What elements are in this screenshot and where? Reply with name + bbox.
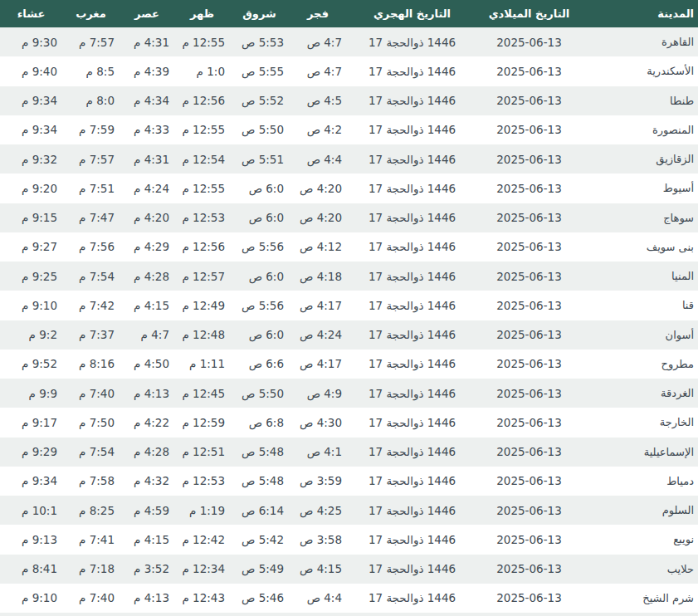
hijri-cell: 17 ذوالحجة 1446: [347, 27, 477, 56]
table-row: 9:9 م7:40 م4:13 م12:45 م5:50 ص4:9 ص17 ذو…: [0, 379, 698, 408]
sunrise-cell: 5:56 ص: [230, 232, 289, 262]
hijri-month: ذوالحجة: [386, 445, 423, 458]
fajr-cell: 4:7 ص: [289, 56, 347, 86]
hijri-cell: 17 ذوالحجة 1446: [347, 232, 477, 262]
hijri-cell: 17 ذوالحجة 1446: [347, 379, 477, 408]
hijri-day: 17: [369, 65, 383, 78]
hijri-year: 1446: [427, 123, 456, 136]
table-row: 9:2 م7:37 م4:7 م12:48 م6:0 ص4:24 ص17 ذوا…: [0, 320, 698, 350]
dhuhr-cell: 12:53 م: [174, 203, 230, 232]
sunrise-cell: 5:53 ص: [230, 27, 289, 56]
hijri-cell: 17 ذوالحجة 1446: [347, 174, 477, 203]
sunrise-cell: 5:48 ص: [230, 438, 289, 467]
asr-cell: 4:34 م: [120, 86, 174, 115]
dhuhr-cell: 12:57 م: [174, 262, 230, 291]
sunrise-cell: 5:42 ص: [230, 525, 289, 554]
hijri-cell: 17 ذوالحجة 1446: [347, 262, 477, 291]
table-body: 9:30 م7:57 م4:31 م12:55 م5:53 ص4:7 ص17 ذ…: [0, 27, 698, 613]
hijri-year: 1446: [427, 299, 456, 312]
asr-cell: 4:39 م: [120, 56, 174, 86]
fajr-cell: 4:15 ص: [289, 555, 347, 584]
prayer-times-table: عشاءمغربعصرظهرشروقفجرالتاريخ الهجريالتار…: [0, 0, 698, 613]
hijri-cell: 17 ذوالحجة 1446: [347, 408, 477, 437]
col-header-sunrise: شروق: [230, 0, 289, 27]
dhuhr-cell: 1:11 م: [174, 350, 230, 379]
hijri-year: 1446: [427, 387, 456, 400]
isha-cell: 9:30 م: [0, 27, 62, 56]
col-header-maghrib: مغرب: [62, 0, 120, 27]
maghrib-cell: 7:54 م: [62, 438, 120, 467]
hijri-day: 17: [369, 182, 383, 195]
hijri-month: ذوالحجة: [386, 474, 423, 487]
isha-cell: 9:17 م: [0, 408, 62, 437]
asr-cell: 3:52 م: [120, 555, 174, 584]
maghrib-cell: 7:57 م: [62, 144, 120, 174]
dhuhr-cell: 1:19 م: [174, 496, 230, 525]
hijri-year: 1446: [427, 211, 456, 224]
asr-cell: 4:20 م: [120, 203, 174, 232]
asr-cell: 4:24 م: [120, 174, 174, 203]
asr-cell: 4:22 م: [120, 408, 174, 437]
hijri-year: 1446: [427, 474, 456, 487]
fajr-cell: 4:17 ص: [289, 291, 347, 320]
table-row: 9:13 م7:41 م4:15 م12:42 م5:42 ص3:58 ص17 …: [0, 525, 698, 554]
col-header-city: المدينة: [581, 0, 698, 27]
hijri-year: 1446: [427, 65, 456, 78]
sunrise-cell: 5:50 ص: [230, 379, 289, 408]
city-cell: مطروح: [581, 350, 698, 379]
hijri-month: ذوالحجة: [386, 562, 423, 575]
city-cell: بنى سويف: [581, 232, 698, 262]
maghrib-cell: 8:25 م: [62, 496, 120, 525]
fajr-cell: 3:59 ص: [289, 467, 347, 496]
isha-cell: 9:15 م: [0, 203, 62, 232]
asr-cell: 4:59 م: [120, 496, 174, 525]
city-cell: الإسماعيلية: [581, 438, 698, 467]
city-cell: أسوان: [581, 320, 698, 350]
dhuhr-cell: 12:55 م: [174, 115, 230, 144]
hijri-year: 1446: [427, 94, 456, 107]
asr-cell: 4:13 م: [120, 379, 174, 408]
hijri-year: 1446: [427, 562, 456, 575]
fajr-cell: 4:12 ص: [289, 232, 347, 262]
hijri-day: 17: [369, 211, 383, 224]
hijri-month: ذوالحجة: [386, 387, 423, 400]
maghrib-cell: 8:16 م: [62, 350, 120, 379]
gregorian-cell: 2025-06-13: [477, 496, 581, 525]
hijri-year: 1446: [427, 182, 456, 195]
hijri-year: 1446: [427, 504, 456, 517]
asr-cell: 4:33 م: [120, 115, 174, 144]
city-cell: طنطا: [581, 86, 698, 115]
fajr-cell: 4:20 ص: [289, 174, 347, 203]
col-header-asr: عصر: [120, 0, 174, 27]
city-cell: المنصورة: [581, 115, 698, 144]
maghrib-cell: 7:40 م: [62, 379, 120, 408]
gregorian-cell: 2025-06-13: [477, 174, 581, 203]
asr-cell: 4:31 م: [120, 27, 174, 56]
hijri-month: ذوالحجة: [386, 123, 423, 136]
gregorian-cell: 2025-06-13: [477, 262, 581, 291]
table-row: 9:10 م7:42 م4:15 م12:49 م5:56 ص4:17 ص17 …: [0, 291, 698, 320]
maghrib-cell: 7:42 م: [62, 291, 120, 320]
maghrib-cell: 8:5 م: [62, 56, 120, 86]
dhuhr-cell: 12:43 م: [174, 584, 230, 613]
city-cell: الأسكندرية: [581, 56, 698, 86]
col-header-dhuhr: ظهر: [174, 0, 230, 27]
asr-cell: 4:13 م: [120, 584, 174, 613]
sunrise-cell: 6:0 ص: [230, 320, 289, 350]
table-row: 9:29 م7:54 م4:28 م12:51 م5:48 ص4:1 ص17 ذ…: [0, 438, 698, 467]
city-cell: حلايب: [581, 555, 698, 584]
fajr-cell: 4:5 ص: [289, 86, 347, 115]
city-cell: الزقازيق: [581, 144, 698, 174]
hijri-year: 1446: [427, 591, 456, 604]
isha-cell: 8:41 م: [0, 555, 62, 584]
table-row: 9:15 م7:47 م4:20 م12:53 م6:0 ص4:20 ص17 ذ…: [0, 203, 698, 232]
table-row: 9:34 م8:0 م4:34 م12:56 م5:52 ص4:5 ص17 ذو…: [0, 86, 698, 115]
dhuhr-cell: 12:51 م: [174, 438, 230, 467]
hijri-month: ذوالحجة: [386, 299, 423, 312]
gregorian-cell: 2025-06-13: [477, 408, 581, 437]
sunrise-cell: 6:0 ص: [230, 262, 289, 291]
hijri-cell: 17 ذوالحجة 1446: [347, 144, 477, 174]
hijri-cell: 17 ذوالحجة 1446: [347, 86, 477, 115]
fajr-cell: 4:24 ص: [289, 320, 347, 350]
table-row: 8:41 م7:18 م3:52 م12:34 م5:49 ص4:15 ص17 …: [0, 555, 698, 584]
